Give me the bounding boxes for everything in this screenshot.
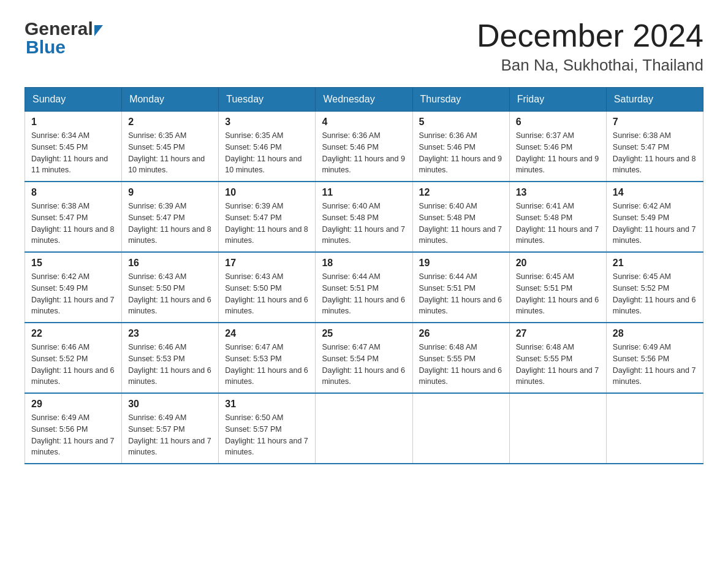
day-info: Sunrise: 6:38 AMSunset: 5:47 PMDaylight:… [31, 201, 115, 247]
day-info: Sunrise: 6:40 AMSunset: 5:48 PMDaylight:… [322, 201, 406, 247]
day-info: Sunrise: 6:43 AMSunset: 5:50 PMDaylight:… [128, 271, 212, 317]
location-title: Ban Na, Sukhothai, Thailand [477, 56, 703, 75]
calendar-table: SundayMondayTuesdayWednesdayThursdayFrid… [25, 87, 703, 464]
calendar-day-cell: 13 Sunrise: 6:41 AMSunset: 5:48 PMDaylig… [509, 182, 606, 252]
day-number: 9 [128, 187, 212, 198]
calendar-day-cell: 17 Sunrise: 6:43 AMSunset: 5:50 PMDaylig… [219, 252, 316, 323]
calendar-week-row: 29 Sunrise: 6:49 AMSunset: 5:56 PMDaylig… [25, 393, 703, 464]
column-header-saturday: Saturday [606, 88, 703, 112]
column-header-wednesday: Wednesday [316, 88, 412, 112]
day-info: Sunrise: 6:48 AMSunset: 5:55 PMDaylight:… [419, 342, 503, 388]
calendar-day-cell: 19 Sunrise: 6:44 AMSunset: 5:51 PMDaylig… [412, 252, 509, 323]
logo-blue-text: Blue [26, 37, 66, 57]
calendar-day-cell: 12 Sunrise: 6:40 AMSunset: 5:48 PMDaylig… [412, 182, 509, 252]
month-title: December 2024 [477, 18, 703, 53]
day-info: Sunrise: 6:49 AMSunset: 5:56 PMDaylight:… [31, 412, 115, 458]
column-header-thursday: Thursday [412, 88, 509, 112]
logo: General Blue [25, 18, 103, 58]
calendar-day-cell [412, 393, 509, 464]
calendar-day-cell: 31 Sunrise: 6:50 AMSunset: 5:57 PMDaylig… [219, 393, 316, 464]
day-number: 14 [613, 187, 697, 198]
calendar-day-cell [509, 393, 606, 464]
logo-arrow-icon [94, 25, 103, 36]
day-number: 21 [613, 258, 697, 269]
calendar-day-cell: 6 Sunrise: 6:37 AMSunset: 5:46 PMDayligh… [509, 112, 606, 182]
calendar-day-cell: 2 Sunrise: 6:35 AMSunset: 5:45 PMDayligh… [122, 112, 219, 182]
calendar-day-cell: 11 Sunrise: 6:40 AMSunset: 5:48 PMDaylig… [316, 182, 412, 252]
day-info: Sunrise: 6:35 AMSunset: 5:46 PMDaylight:… [225, 130, 309, 176]
day-number: 18 [322, 258, 406, 269]
calendar-day-cell: 21 Sunrise: 6:45 AMSunset: 5:52 PMDaylig… [606, 252, 703, 323]
calendar-day-cell [316, 393, 412, 464]
day-number: 8 [31, 187, 115, 198]
calendar-day-cell: 8 Sunrise: 6:38 AMSunset: 5:47 PMDayligh… [25, 182, 122, 252]
calendar-day-cell: 10 Sunrise: 6:39 AMSunset: 5:47 PMDaylig… [219, 182, 316, 252]
day-number: 27 [516, 328, 600, 339]
day-info: Sunrise: 6:50 AMSunset: 5:57 PMDaylight:… [225, 412, 309, 458]
calendar-week-row: 15 Sunrise: 6:42 AMSunset: 5:49 PMDaylig… [25, 252, 703, 323]
day-info: Sunrise: 6:40 AMSunset: 5:48 PMDaylight:… [419, 201, 503, 247]
day-info: Sunrise: 6:44 AMSunset: 5:51 PMDaylight:… [322, 271, 406, 317]
calendar-day-cell: 4 Sunrise: 6:36 AMSunset: 5:46 PMDayligh… [316, 112, 412, 182]
day-number: 7 [613, 117, 697, 128]
calendar-day-cell: 25 Sunrise: 6:47 AMSunset: 5:54 PMDaylig… [316, 323, 412, 393]
day-number: 13 [516, 187, 600, 198]
calendar-day-cell: 14 Sunrise: 6:42 AMSunset: 5:49 PMDaylig… [606, 182, 703, 252]
day-number: 2 [128, 117, 212, 128]
day-info: Sunrise: 6:39 AMSunset: 5:47 PMDaylight:… [128, 201, 212, 247]
calendar-week-row: 8 Sunrise: 6:38 AMSunset: 5:47 PMDayligh… [25, 182, 703, 252]
calendar-day-cell: 29 Sunrise: 6:49 AMSunset: 5:56 PMDaylig… [25, 393, 122, 464]
calendar-day-cell [606, 393, 703, 464]
day-number: 24 [225, 328, 309, 339]
day-info: Sunrise: 6:46 AMSunset: 5:53 PMDaylight:… [128, 342, 212, 388]
day-number: 19 [419, 258, 503, 269]
calendar-day-cell: 20 Sunrise: 6:45 AMSunset: 5:51 PMDaylig… [509, 252, 606, 323]
page-header: General Blue December 2024 Ban Na, Sukho… [25, 18, 703, 75]
day-info: Sunrise: 6:49 AMSunset: 5:56 PMDaylight:… [613, 342, 697, 388]
calendar-day-cell: 3 Sunrise: 6:35 AMSunset: 5:46 PMDayligh… [219, 112, 316, 182]
day-number: 29 [31, 399, 115, 410]
day-number: 11 [322, 187, 406, 198]
calendar-day-cell: 22 Sunrise: 6:46 AMSunset: 5:52 PMDaylig… [25, 323, 122, 393]
day-info: Sunrise: 6:46 AMSunset: 5:52 PMDaylight:… [31, 342, 115, 388]
day-info: Sunrise: 6:34 AMSunset: 5:45 PMDaylight:… [31, 130, 115, 176]
day-info: Sunrise: 6:39 AMSunset: 5:47 PMDaylight:… [225, 201, 309, 247]
day-info: Sunrise: 6:44 AMSunset: 5:51 PMDaylight:… [419, 271, 503, 317]
day-number: 12 [419, 187, 503, 198]
day-info: Sunrise: 6:47 AMSunset: 5:54 PMDaylight:… [322, 342, 406, 388]
day-number: 22 [31, 328, 115, 339]
day-info: Sunrise: 6:35 AMSunset: 5:45 PMDaylight:… [128, 130, 212, 176]
column-header-sunday: Sunday [25, 88, 122, 112]
day-number: 26 [419, 328, 503, 339]
day-info: Sunrise: 6:43 AMSunset: 5:50 PMDaylight:… [225, 271, 309, 317]
calendar-day-cell: 27 Sunrise: 6:48 AMSunset: 5:55 PMDaylig… [509, 323, 606, 393]
column-header-tuesday: Tuesday [219, 88, 316, 112]
day-info: Sunrise: 6:36 AMSunset: 5:46 PMDaylight:… [419, 130, 503, 176]
calendar-day-cell: 28 Sunrise: 6:49 AMSunset: 5:56 PMDaylig… [606, 323, 703, 393]
calendar-day-cell: 15 Sunrise: 6:42 AMSunset: 5:49 PMDaylig… [25, 252, 122, 323]
day-number: 30 [128, 399, 212, 410]
calendar-day-cell: 18 Sunrise: 6:44 AMSunset: 5:51 PMDaylig… [316, 252, 412, 323]
calendar-day-cell: 23 Sunrise: 6:46 AMSunset: 5:53 PMDaylig… [122, 323, 219, 393]
calendar-day-cell: 24 Sunrise: 6:47 AMSunset: 5:53 PMDaylig… [219, 323, 316, 393]
logo-general-text: General [25, 18, 93, 39]
day-info: Sunrise: 6:45 AMSunset: 5:52 PMDaylight:… [613, 271, 697, 317]
day-info: Sunrise: 6:42 AMSunset: 5:49 PMDaylight:… [31, 271, 115, 317]
calendar-day-cell: 1 Sunrise: 6:34 AMSunset: 5:45 PMDayligh… [25, 112, 122, 182]
calendar-week-row: 1 Sunrise: 6:34 AMSunset: 5:45 PMDayligh… [25, 112, 703, 182]
calendar-header-row: SundayMondayTuesdayWednesdayThursdayFrid… [25, 88, 703, 112]
day-number: 17 [225, 258, 309, 269]
calendar-day-cell: 7 Sunrise: 6:38 AMSunset: 5:47 PMDayligh… [606, 112, 703, 182]
day-number: 1 [31, 117, 115, 128]
day-info: Sunrise: 6:41 AMSunset: 5:48 PMDaylight:… [516, 201, 600, 247]
day-info: Sunrise: 6:38 AMSunset: 5:47 PMDaylight:… [613, 130, 697, 176]
day-info: Sunrise: 6:36 AMSunset: 5:46 PMDaylight:… [322, 130, 406, 176]
day-number: 28 [613, 328, 697, 339]
day-info: Sunrise: 6:48 AMSunset: 5:55 PMDaylight:… [516, 342, 600, 388]
column-header-monday: Monday [122, 88, 219, 112]
day-info: Sunrise: 6:47 AMSunset: 5:53 PMDaylight:… [225, 342, 309, 388]
day-info: Sunrise: 6:42 AMSunset: 5:49 PMDaylight:… [613, 201, 697, 247]
day-info: Sunrise: 6:49 AMSunset: 5:57 PMDaylight:… [128, 412, 212, 458]
day-number: 20 [516, 258, 600, 269]
calendar-day-cell: 26 Sunrise: 6:48 AMSunset: 5:55 PMDaylig… [412, 323, 509, 393]
